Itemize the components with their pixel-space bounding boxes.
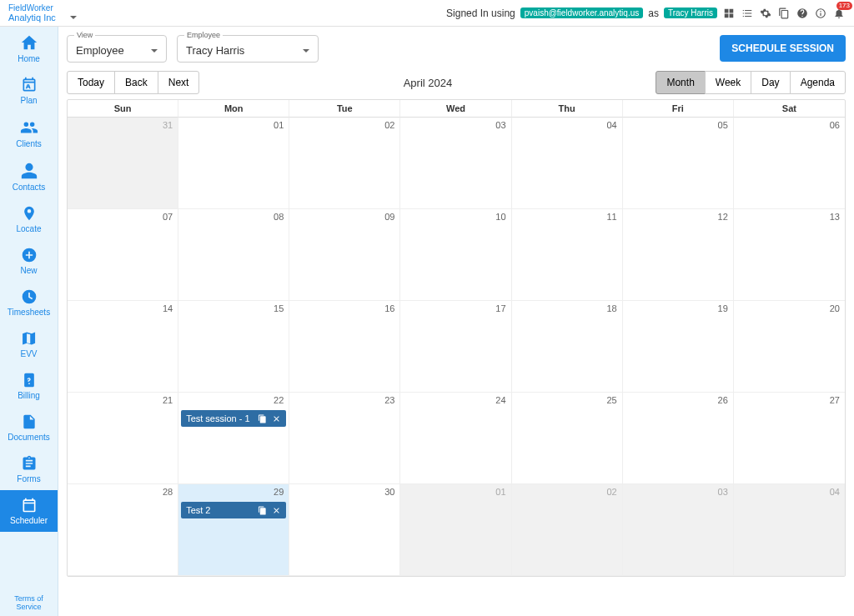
calendar-cell[interactable]: 10	[400, 209, 511, 301]
nav-label-timesheets: Timesheets	[8, 308, 50, 317]
copy-icon[interactable]	[777, 7, 791, 20]
day-header-sun: Sun	[68, 100, 178, 118]
agenda-view-button[interactable]: Agenda	[790, 71, 846, 94]
chevron-down-icon	[151, 49, 158, 53]
chevron-down-icon	[303, 49, 309, 53]
bell-icon[interactable]: 173	[832, 7, 846, 20]
event-clipboard-icon[interactable]	[258, 506, 267, 515]
nav-label-plan: Plan	[20, 96, 37, 105]
event-clipboard-icon[interactable]	[258, 414, 267, 423]
nav-label-documents: Documents	[8, 433, 50, 442]
day-header-sat: Sat	[734, 100, 845, 118]
calendar-cell[interactable]: 06	[734, 118, 845, 209]
view-button-group: Month Week Day Agenda	[656, 71, 846, 94]
day-header-mon: Mon	[178, 100, 289, 118]
calendar-cell[interactable]: 01	[400, 484, 511, 576]
event-close-icon[interactable]	[272, 414, 281, 423]
view-label: View	[74, 31, 95, 39]
sidebar-item-timesheets[interactable]: Timesheets	[0, 282, 58, 323]
calendar-cell[interactable]: 19	[623, 301, 734, 393]
notification-badge: 173	[836, 2, 852, 10]
nav-label-clients: Clients	[16, 139, 42, 148]
event-close-icon[interactable]	[272, 506, 281, 515]
calendar-cell[interactable]: 08	[178, 209, 289, 301]
brand-block: FieldWorker Analytiq Inc	[8, 3, 77, 23]
calendar-cell[interactable]: 04	[512, 118, 623, 209]
month-view-button[interactable]: Month	[656, 71, 705, 94]
calendar-cell[interactable]: 28	[68, 484, 178, 576]
calendar-cell[interactable]: 27	[734, 393, 845, 484]
calendar-cell[interactable]: 31	[68, 118, 178, 209]
sidebar-item-new[interactable]: New	[0, 240, 58, 282]
calendar-event[interactable]: Test 2	[181, 502, 286, 518]
nav-label-billing: Billing	[18, 391, 40, 400]
next-button[interactable]: Next	[158, 71, 200, 94]
sidebar-item-contacts[interactable]: Contacts	[0, 155, 58, 198]
calendar-cell[interactable]: 05	[623, 118, 734, 209]
calendar-cell[interactable]: 20	[734, 301, 845, 393]
calendar-cell[interactable]: 30	[289, 484, 400, 576]
calendar-cell[interactable]: 13	[734, 209, 845, 301]
help-icon[interactable]	[796, 7, 809, 20]
schedule-session-button[interactable]: SCHEDULE SESSION	[720, 35, 846, 62]
nav-label-locate: Locate	[16, 224, 41, 233]
sidebar-item-clients[interactable]: Clients	[0, 112, 58, 155]
calendar-cell[interactable]: 21	[68, 393, 178, 484]
org-name: Analytiq Inc	[8, 13, 56, 23]
calendar-cell[interactable]: 14	[68, 301, 178, 393]
calendar-cell[interactable]: 12	[623, 209, 734, 301]
info-icon[interactable]	[814, 7, 827, 20]
org-selector[interactable]: Analytiq Inc	[8, 13, 77, 23]
calendar-cell[interactable]: 01	[178, 118, 289, 209]
calendar-event[interactable]: Test session - 1	[181, 410, 286, 427]
nav-button-group: Today Back Next	[67, 71, 199, 94]
calendar-cell[interactable]: 04	[734, 484, 845, 576]
today-button[interactable]: Today	[67, 71, 115, 94]
calendar-cell[interactable]: 09	[289, 209, 400, 301]
calendar-cell[interactable]: 16	[289, 301, 400, 393]
sidebar-item-locate[interactable]: Locate	[0, 198, 58, 240]
calendar-cell[interactable]: 02	[512, 484, 623, 576]
calendar-cell[interactable]: 03	[623, 484, 734, 576]
sidebar-item-documents[interactable]: Documents	[0, 407, 58, 448]
nav-label-evv: EVV	[20, 349, 37, 358]
gear-icon[interactable]	[759, 7, 772, 20]
calendar-cell[interactable]: 11	[512, 209, 623, 301]
calendar-cell[interactable]: 03	[400, 118, 511, 209]
sidebar-item-evv[interactable]: EVV	[0, 323, 58, 365]
grid-view-icon[interactable]	[722, 7, 736, 20]
terms-of-service-link[interactable]: Terms of Service	[0, 589, 58, 616]
calendar-cell[interactable]: 02	[289, 118, 400, 209]
day-view-button[interactable]: Day	[751, 71, 790, 94]
week-view-button[interactable]: Week	[705, 71, 751, 94]
employee-select[interactable]: Employee Tracy Harris	[177, 35, 319, 63]
nav-label-forms: Forms	[17, 474, 40, 483]
employee-label: Employee	[184, 31, 223, 39]
sidebar-item-home[interactable]: Home	[0, 27, 58, 70]
sidebar-item-forms[interactable]: Forms	[0, 448, 58, 490]
day-header-fri: Fri	[623, 100, 734, 118]
calendar-cell[interactable]: 25	[512, 393, 623, 484]
calendar-cell[interactable]: 22 Test session - 1	[178, 393, 289, 484]
calendar-cell[interactable]: 23	[289, 393, 400, 484]
day-header-tue: Tue	[289, 100, 400, 118]
calendar-title: April 2024	[404, 77, 453, 89]
calendar-cell[interactable]: 26	[623, 393, 734, 484]
list-view-icon[interactable]	[741, 7, 754, 20]
sidebar-item-plan[interactable]: Plan	[0, 70, 58, 112]
sidebar-item-scheduler[interactable]: Scheduler	[0, 490, 58, 532]
calendar-cell[interactable]: 07	[68, 209, 178, 301]
calendar-toolbar: Today Back Next April 2024 Month Week Da…	[67, 71, 846, 94]
nav-label-scheduler: Scheduler	[10, 516, 48, 525]
calendar-cell[interactable]: 18	[512, 301, 623, 393]
calendar-cell[interactable]: 24	[400, 393, 511, 484]
event-title: Test session - 1	[186, 413, 249, 423]
sidebar-item-billing[interactable]: Billing	[0, 365, 58, 407]
view-select[interactable]: View Employee	[67, 35, 167, 63]
calendar-cell-today[interactable]: 29 Test 2	[178, 484, 289, 576]
calendar: Sun Mon Tue Wed Thu Fri Sat 31 01 02 03 …	[67, 99, 846, 577]
calendar-cell[interactable]: 17	[400, 301, 511, 393]
back-button[interactable]: Back	[114, 71, 158, 94]
calendar-cell[interactable]: 15	[178, 301, 289, 393]
topbar-right: Signed In using pvaish@fieldworker.analy…	[446, 7, 846, 20]
